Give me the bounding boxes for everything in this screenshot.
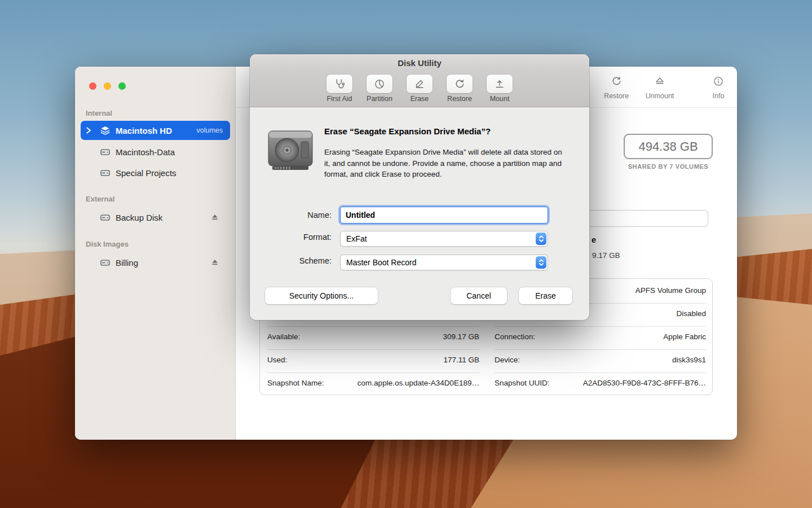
sidebar-item-label: Macintosh HD [116,126,172,135]
capacity-caption: SHARED BY 7 VOLUMES [624,163,713,170]
drive-icon [99,257,111,268]
detail-label: Connection: [495,332,535,344]
detail-row-connection: Connection: Apple Fabric [495,332,706,344]
unmount-toolbar-button[interactable]: Unmount [640,76,679,100]
cancel-button[interactable]: Cancel [451,287,507,304]
restore-toolbar-button[interactable]: Restore [597,76,636,100]
detail-row-device: Device: disk3s9s1 [495,356,706,367]
toolbar-button-label: Info [699,92,738,100]
capacity-box: 494.38 GB [624,134,713,159]
divider [495,349,706,350]
detail-row-used: Used: 177.11 GB [267,356,479,367]
unmount-icon [654,76,665,87]
toolbar-button-label: Erase [411,95,429,103]
dialog-description: Erasing “Seagate Expansion Drive Media” … [324,147,567,180]
dialog-title: Disk Utility [398,58,442,68]
close-button[interactable] [89,82,96,90]
divider [267,349,479,350]
capacity-value: 494.38 GB [638,139,698,154]
toolbar-button-label: Partition [367,95,392,103]
detail-label: Snapshot UUID: [495,379,550,390]
detail-value: Disabled [676,309,706,321]
dialog-heading: Erase “Seagate Expansion Drive Media”? [324,126,572,136]
partition-icon [367,75,392,93]
cutoff-text: e [592,235,596,244]
info-icon [713,76,724,87]
sidebar-item-billing[interactable]: Billing [81,253,230,272]
restore-icon [447,75,473,93]
sidebar-section-external: External [86,195,114,203]
detail-value: disk3s9s1 [672,356,706,367]
detail-value: com.apple.os.update-A34D0E189… [358,379,479,390]
toolbar-button-label: Unmount [640,92,679,100]
detail-label: Device: [495,356,520,367]
detail-label: Used: [267,356,287,367]
eject-button[interactable] [211,213,219,221]
format-select[interactable]: ExFat [340,231,548,247]
sidebar-item-backup-disk[interactable]: Backup Disk [81,208,230,227]
format-selected-value: ExFat [346,234,367,243]
sidebar-item-special-projects[interactable]: Special Projects [81,163,230,182]
detail-value: Apple Fabric [663,332,706,344]
sidebar-item-label: Billing [116,258,138,268]
format-field-label: Format: [261,233,332,242]
toolbar-button-label: First Aid [326,95,352,103]
sidebar-item-label: Backup Disk [116,213,162,222]
erase-toolbar-button[interactable]: Erase [407,75,433,107]
sidebar: Internal Macintosh HD volumes [75,67,236,440]
scheme-selected-value: Master Boot Record [346,258,417,267]
erase-icon [407,75,433,93]
detail-value: APFS Volume Group [636,286,706,297]
detail-value: 309.17 GB [443,332,479,344]
security-options-button[interactable]: Security Options... [265,287,378,304]
sidebar-item-macintosh-data[interactable]: Macintosh-Data [81,142,230,161]
dialog-toolbar: First Aid Partition Erase [250,71,589,107]
stepper-icon [536,233,546,245]
first-aid-icon [326,75,352,93]
dialog-titlebar[interactable]: Disk Utility [250,54,589,71]
volume-stack-icon [99,125,111,136]
mount-button[interactable]: Mount [487,75,513,107]
minimize-button[interactable] [104,82,111,90]
detail-label: Available: [267,332,300,344]
partial-text-field[interactable] [586,210,708,227]
divider [267,373,479,373]
detail-label: Snapshot Name: [267,379,324,390]
stepper-icon [536,256,546,269]
name-input[interactable] [340,207,548,224]
desktop: Internal Macintosh HD volumes [0,0,812,508]
volumes-badge: volumes [196,126,223,134]
detail-row-snapshot-uuid: Snapshot UUID: A2AD8530-F9D8-473C-8FFF-B… [495,379,706,390]
divider [495,373,706,373]
detail-row-snapshot-name: Snapshot Name: com.apple.os.update-A34D0… [267,379,479,390]
first-aid-button[interactable]: First Aid [326,75,352,107]
restore-icon [611,76,622,87]
dialog-body: Erase “Seagate Expansion Drive Media”? E… [250,107,589,320]
drive-icon [99,147,111,157]
name-field-label: Name: [261,211,332,220]
divider [267,326,479,327]
info-toolbar-button[interactable]: Info [699,76,738,100]
restore-dialog-button[interactable]: Restore [447,75,473,107]
eject-button[interactable] [211,259,219,266]
scheme-field-label: Scheme: [261,256,332,265]
detail-value: A2AD8530-F9D8-473C-8FFF-B76… [583,379,706,390]
window-controls [89,82,126,90]
sidebar-item-macintosh-hd[interactable]: Macintosh HD volumes [81,121,230,140]
partition-button[interactable]: Partition [367,75,392,107]
mount-icon [487,75,513,93]
toolbar-button-label: Mount [490,95,510,103]
cutoff-value: 9.17 GB [592,251,620,260]
zoom-button[interactable] [118,82,126,90]
erase-button[interactable]: Erase [519,287,572,304]
disclosure-chevron-icon[interactable] [86,127,91,134]
detail-value: 177.11 GB [443,356,479,367]
hard-drive-icon [267,126,314,174]
sidebar-section-internal: Internal [86,109,112,117]
erase-dialog: Disk Utility First Aid Partition [250,54,589,320]
drive-icon [99,168,111,178]
detail-row-available: Available: 309.17 GB [267,332,479,344]
drive-icon [99,212,111,223]
toolbar-button-label: Restore [597,92,636,100]
scheme-select[interactable]: Master Boot Record [340,255,548,270]
